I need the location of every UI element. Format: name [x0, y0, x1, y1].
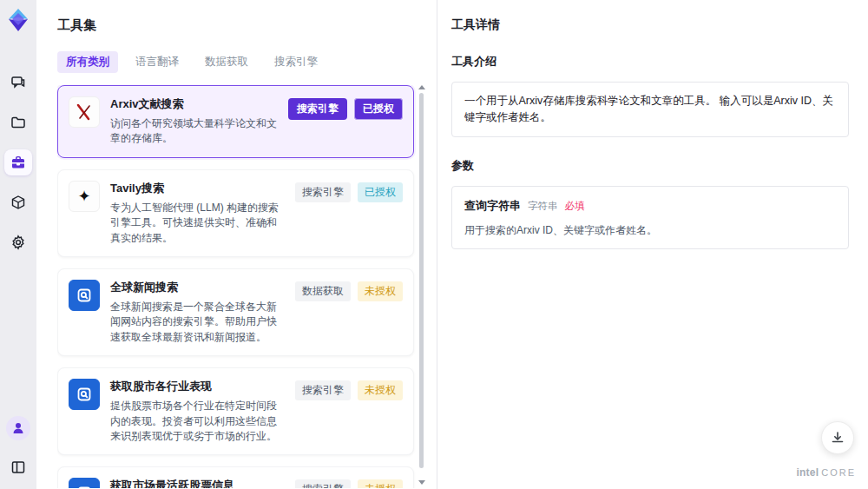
tavily-star-icon: ✦	[69, 181, 100, 212]
tool-card-sector-performance[interactable]: 获取股市各行业表现 提供股票市场各个行业在特定时间段内的表现。投资者可以利用这些…	[57, 367, 414, 455]
params-heading: 参数	[451, 158, 849, 174]
tool-title: Arxiv文献搜索	[110, 96, 278, 112]
detail-title: 工具详情	[451, 17, 849, 33]
news-search-icon	[69, 478, 100, 488]
tool-card-body: 获取市场最活跃股票信息 提供当天交易量最高的股票列表。投资者可以利用这些信息来识…	[110, 478, 285, 488]
tool-card-body: 全球新闻搜索 全球新闻搜索是一个聚合全球各大新闻网站内容的搜索引擎。帮助用户快速…	[110, 280, 285, 345]
tab-data-acquisition[interactable]: 数据获取	[196, 51, 257, 73]
category-tabs: 所有类别 语言翻译 数据获取 搜索引擎	[57, 51, 437, 73]
param-description: 用于搜索的Arxiv ID、关键字或作者姓名。	[464, 222, 836, 238]
tool-description: 访问各个研究领域大量科学论文和文章的存储库。	[110, 116, 278, 147]
settings-gear-icon	[10, 235, 26, 250]
tool-list-panel: 工具集 所有类别 语言翻译 数据获取 搜索引擎 Arxiv文献搜索 访问各个研究…	[36, 0, 437, 489]
toolbox-icon	[10, 155, 26, 170]
intro-heading: 工具介绍	[451, 54, 849, 69]
param-header: 查询字符串 字符串 必填	[464, 197, 836, 215]
intel-brand-text: intel	[797, 466, 819, 479]
tool-title: 全球新闻搜索	[110, 280, 285, 295]
category-tag: 搜索引擎	[295, 182, 351, 202]
intel-core-logo: intel core	[797, 466, 856, 479]
auth-status-badge: 未授权	[358, 281, 403, 301]
param-box: 查询字符串 字符串 必填 用于搜索的Arxiv ID、关键字或作者姓名。	[451, 186, 849, 250]
tool-tags: 搜索引擎 已授权	[288, 96, 403, 120]
param-type: 字符串	[528, 199, 558, 214]
scroll-up-arrow-icon[interactable]	[418, 85, 425, 89]
tool-detail-panel: 工具详情 工具介绍 一个用于从Arxiv存储库搜索科学论文和文章的工具。 输入可…	[437, 0, 868, 489]
app-logo	[5, 7, 31, 33]
tool-list: Arxiv文献搜索 访问各个研究领域大量科学论文和文章的存储库。 搜索引擎 已授…	[57, 85, 437, 488]
user-icon	[11, 421, 25, 435]
collapse-panel-icon	[10, 459, 26, 475]
auth-status-badge: 已授权	[358, 182, 403, 202]
tool-description: 提供股票市场各个行业在特定时间段内的表现。投资者可以利用这些信息来识别表现优于或…	[110, 399, 285, 444]
sidebar-item-account[interactable]	[6, 416, 30, 440]
intro-text: 一个用于从Arxiv存储库搜索科学论文和文章的工具。 输入可以是Arxiv ID…	[464, 95, 833, 123]
tool-card-arxiv[interactable]: Arxiv文献搜索 访问各个研究领域大量科学论文和文章的存储库。 搜索引擎 已授…	[57, 85, 414, 158]
category-tag: 搜索引擎	[295, 479, 351, 488]
cube-icon	[10, 195, 26, 210]
tool-description: 专为人工智能代理 (LLM) 构建的搜索引擎工具。可快速提供实时、准确和真实的结…	[110, 201, 285, 246]
auth-status-badge: 未授权	[358, 380, 403, 400]
tool-card-most-active-stocks[interactable]: 获取市场最活跃股票信息 提供当天交易量最高的股票列表。投资者可以利用这些信息来识…	[57, 466, 414, 488]
scroll-down-arrow-icon[interactable]	[418, 480, 425, 485]
tool-title: 获取市场最活跃股票信息	[110, 478, 285, 488]
news-search-icon	[69, 379, 100, 410]
param-required-badge: 必填	[565, 199, 585, 214]
tool-title: Tavily搜索	[110, 181, 285, 196]
scrollbar-thumb[interactable]	[419, 93, 424, 468]
sidebar-item-files[interactable]	[4, 109, 32, 135]
page-title: 工具集	[57, 17, 437, 34]
tab-language-translation[interactable]: 语言翻译	[127, 51, 187, 73]
category-tag: 数据获取	[295, 281, 351, 301]
param-name: 查询字符串	[464, 197, 521, 215]
tool-tags: 搜索引擎 已授权	[295, 181, 403, 202]
category-tag: 搜索引擎	[288, 98, 347, 120]
tool-title: 获取股市各行业表现	[110, 379, 285, 394]
sidebar-item-chat[interactable]	[4, 69, 32, 96]
left-rail	[0, 0, 36, 489]
tool-card-tavily[interactable]: ✦ Tavily搜索 专为人工智能代理 (LLM) 构建的搜索引擎工具。可快速提…	[57, 169, 414, 257]
tool-tags: 搜索引擎 未授权	[295, 379, 403, 400]
sidebar-item-models[interactable]	[4, 189, 32, 215]
app-root: 工具集 所有类别 语言翻译 数据获取 搜索引擎 Arxiv文献搜索 访问各个研究…	[0, 0, 868, 489]
tool-card-body: Arxiv文献搜索 访问各个研究领域大量科学论文和文章的存储库。	[110, 96, 278, 147]
arxiv-logo-icon	[69, 96, 100, 128]
intro-box: 一个用于从Arxiv存储库搜索科学论文和文章的工具。 输入可以是Arxiv ID…	[451, 82, 849, 137]
sidebar-item-tools[interactable]	[4, 149, 32, 175]
sidebar-item-collapse[interactable]	[4, 454, 32, 480]
sidebar-item-settings[interactable]	[4, 229, 32, 255]
intel-product-text: core	[821, 467, 856, 478]
news-search-icon	[69, 280, 100, 311]
chat-icon	[10, 75, 26, 90]
folder-icon	[10, 115, 26, 130]
download-icon	[830, 430, 845, 446]
auth-status-badge: 未授权	[358, 479, 403, 488]
tool-tags: 搜索引擎 未授权	[295, 478, 403, 488]
download-button[interactable]	[821, 421, 854, 454]
tool-card-global-news[interactable]: 全球新闻搜索 全球新闻搜索是一个聚合全球各大新闻网站内容的搜索引擎。帮助用户快速…	[57, 268, 414, 356]
star-glyph: ✦	[77, 187, 90, 206]
tab-search-engine[interactable]: 搜索引擎	[266, 51, 326, 73]
tool-card-body: 获取股市各行业表现 提供股票市场各个行业在特定时间段内的表现。投资者可以利用这些…	[110, 379, 285, 444]
tab-all-categories[interactable]: 所有类别	[57, 51, 118, 73]
auth-status-badge: 已授权	[354, 98, 403, 120]
category-tag: 搜索引擎	[295, 380, 351, 400]
tool-description: 全球新闻搜索是一个聚合全球各大新闻网站内容的搜索引擎。帮助用户快速获取全球最新资…	[110, 300, 285, 345]
tool-tags: 数据获取 未授权	[295, 280, 403, 301]
list-scrollbar[interactable]	[418, 85, 424, 485]
tool-card-body: Tavily搜索 专为人工智能代理 (LLM) 构建的搜索引擎工具。可快速提供实…	[110, 181, 285, 246]
